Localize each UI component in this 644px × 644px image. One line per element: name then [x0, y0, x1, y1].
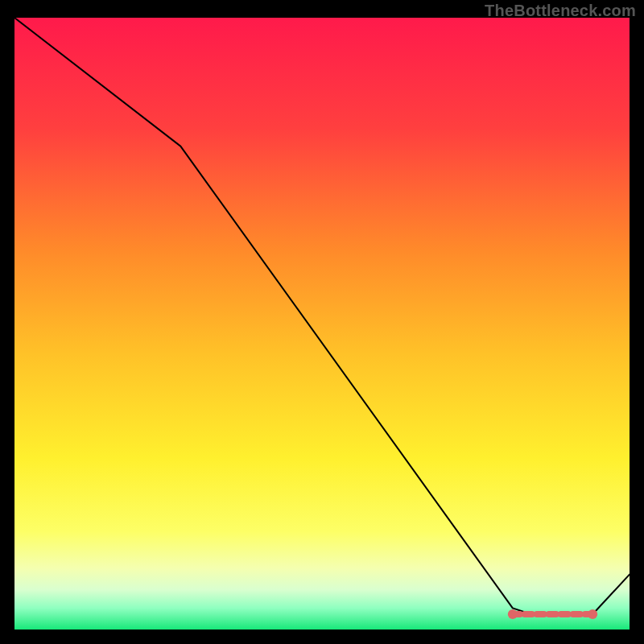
bottleneck-chart [14, 18, 630, 630]
gradient-background [14, 18, 630, 630]
chart-frame: { "watermark": "TheBottleneck.com", "cha… [0, 0, 644, 644]
